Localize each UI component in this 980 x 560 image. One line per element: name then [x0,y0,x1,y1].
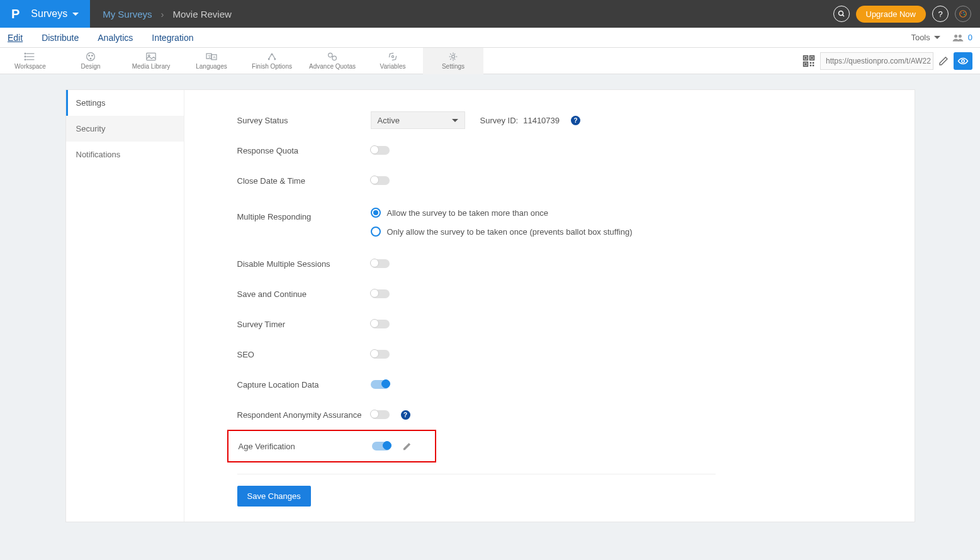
svg-point-7 [959,35,962,38]
nav-edit[interactable]: Edit [8,33,23,43]
svg-point-42 [962,59,965,62]
tool-languages[interactable]: 文A Languages [181,48,242,74]
eye-icon [957,57,969,65]
survey-id-label: Survey ID: [480,116,519,125]
nav-integration[interactable]: Integration [152,33,193,43]
svg-point-3 [961,13,962,14]
seo-toggle[interactable] [371,350,390,359]
workspace-icon [24,52,37,62]
nav-distribute[interactable]: Distribute [42,33,79,43]
radio-icon [371,227,381,237]
tool-advance-quotas[interactable]: Advance Quotas [302,48,363,74]
svg-point-27 [329,53,332,57]
sidebar-item-settings[interactable]: Settings [66,90,184,116]
svg-point-16 [92,55,93,57]
save-continue-label: Save and Continue [237,289,371,299]
disable-sessions-toggle[interactable] [371,259,390,268]
radio-icon [371,208,381,218]
svg-point-28 [332,56,336,60]
svg-point-30 [391,55,393,57]
svg-point-0 [838,11,843,16]
variables-icon [386,52,399,62]
svg-point-31 [452,55,455,59]
pencil-icon [938,56,949,66]
divider [237,474,716,474]
capture-location-toggle[interactable] [371,380,390,389]
capture-location-label: Capture Location Data [237,380,371,389]
svg-text:A: A [213,55,215,59]
product-nav-label: Surveys [31,8,67,20]
tool-label: Languages [196,63,227,70]
age-verification-toggle[interactable] [372,442,391,451]
tool-finish-options[interactable]: Finish Options [242,48,302,74]
anonymity-label: Respondent Anonymity Assurance [237,410,371,420]
age-verification-edit[interactable] [402,442,412,451]
survey-url-field[interactable]: https://questionpro.com/t/AW22 [820,52,933,70]
tool-design[interactable]: Design [60,48,121,74]
svg-rect-37 [804,63,806,65]
sidebar-item-security[interactable]: Security [66,116,184,142]
preview-button[interactable] [954,52,972,70]
settings-panel: Settings Security Notifications Survey S… [65,89,915,522]
quotas-icon [326,52,339,62]
svg-rect-41 [813,64,814,66]
response-quota-toggle[interactable] [371,146,390,155]
survey-id-value: 11410739 [523,116,560,125]
settings-content: Survey Status Active Survey ID: 11410739… [184,90,915,522]
tool-settings[interactable]: Settings [423,48,483,74]
user-count: 0 [968,33,972,42]
multi-respond-option-allow[interactable]: Allow the survey to be taken more than o… [371,203,633,222]
age-verification-label: Age Verification [239,442,372,451]
qr-code-icon[interactable] [803,55,815,67]
dropdown-value: Active [378,116,400,125]
pencil-icon [402,442,412,451]
help-icon[interactable]: ? [571,116,580,125]
tool-media-library[interactable]: Media Library [121,48,181,74]
edit-url-button[interactable] [938,56,949,66]
svg-point-25 [268,59,269,60]
svg-rect-18 [147,53,155,60]
survey-timer-toggle[interactable] [371,320,390,328]
svg-point-13 [25,59,26,60]
languages-icon: 文A [205,52,218,62]
palette-icon[interactable] [955,6,971,22]
radio-label: Allow the survey to be taken more than o… [387,208,549,218]
breadcrumb: My Surveys › Movie Review [90,9,232,20]
help-icon[interactable]: ? [401,410,410,420]
breadcrumb-root[interactable]: My Surveys [103,9,152,20]
share-users[interactable]: 0 [952,33,972,42]
settings-icon [447,52,459,62]
nav-analytics[interactable]: Analytics [98,33,133,43]
response-quota-label: Response Quota [237,146,371,155]
svg-point-11 [25,53,26,54]
svg-point-6 [954,35,957,38]
search-icon[interactable] [833,6,850,22]
upgrade-button[interactable]: Upgrade Now [856,6,926,23]
tool-workspace[interactable]: Workspace [0,48,60,74]
help-icon[interactable]: ? [932,6,949,22]
sidebar-item-notifications[interactable]: Notifications [66,142,184,167]
tool-variables[interactable]: Variables [363,48,423,74]
anonymity-toggle[interactable] [371,410,390,419]
save-changes-button[interactable]: Save Changes [237,486,311,507]
caret-down-icon [452,119,458,122]
product-nav-dropdown[interactable]: P Surveys [0,0,90,28]
svg-point-17 [90,58,91,59]
design-icon [84,52,97,62]
close-date-toggle[interactable] [371,176,390,185]
survey-status-dropdown[interactable]: Active [371,111,465,129]
tool-label: Settings [442,63,465,70]
svg-rect-40 [810,64,812,66]
tools-dropdown[interactable]: Tools [911,33,940,42]
tool-label: Design [81,63,100,70]
svg-point-12 [25,56,26,57]
multi-respond-option-once[interactable]: Only allow the survey to be taken once (… [371,222,633,241]
topbar: P Surveys My Surveys › Movie Review Upgr… [0,0,980,28]
toolbar: Workspace Design Media Library 文A Langua… [0,48,980,74]
save-continue-toggle[interactable] [371,289,390,298]
svg-point-5 [964,14,965,15]
topbar-right: Upgrade Now ? [833,6,981,23]
media-icon [145,52,157,62]
svg-rect-33 [804,57,806,59]
navbar: Edit Distribute Analytics Integration To… [0,28,980,48]
